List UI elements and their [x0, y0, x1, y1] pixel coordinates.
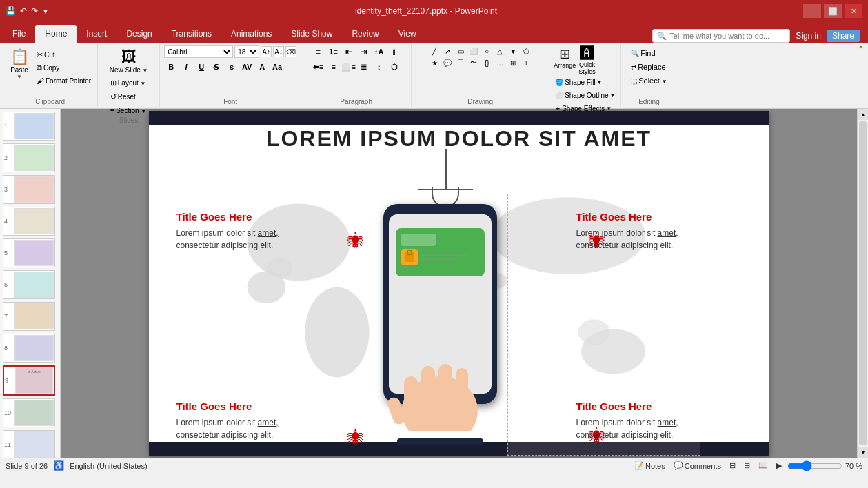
- section-button[interactable]: ≡Section ▼: [108, 104, 148, 116]
- strikethrough-button[interactable]: S̶: [210, 61, 223, 73]
- save-icon[interactable]: 💾: [6, 6, 16, 16]
- reset-button[interactable]: ↺Reset: [108, 90, 138, 103]
- comments-button[interactable]: 💬 Comments: [671, 461, 724, 470]
- italic-button[interactable]: I: [179, 61, 193, 73]
- tab-review[interactable]: Review: [342, 25, 388, 43]
- font-color-button[interactable]: A: [255, 61, 269, 73]
- slide-thumb-3[interactable]: 3: [3, 175, 55, 204]
- slide-title[interactable]: LOREM IPSUM DOLOR SIT AMET: [149, 126, 769, 152]
- arrange-btn[interactable]: ⊞: [507, 57, 519, 68]
- slide-thumb-1[interactable]: 1: [3, 112, 55, 141]
- rect-shape-btn[interactable]: ▭: [454, 45, 467, 57]
- extra-shape-btn[interactable]: +: [520, 57, 532, 68]
- slide-thumb-10[interactable]: 10: [3, 398, 55, 427]
- decrease-indent-button[interactable]: ⇤: [342, 45, 356, 58]
- pentagon-shape-btn[interactable]: ⬠: [520, 45, 532, 57]
- text-direction-button[interactable]: ↕A: [372, 45, 386, 58]
- line-spacing-button[interactable]: ↕: [372, 61, 386, 73]
- format-painter-button[interactable]: 🖌Format Painter: [34, 74, 93, 87]
- language-label[interactable]: English (United States): [70, 462, 148, 470]
- increase-indent-button[interactable]: ⇥: [357, 45, 371, 58]
- replace-button[interactable]: ⇄Replace: [629, 61, 667, 73]
- slideshow-button[interactable]: ▶: [774, 461, 785, 470]
- slide-thumb-4[interactable]: 4: [3, 207, 55, 236]
- close-button[interactable]: ✕: [845, 4, 862, 18]
- select-button[interactable]: ⬚Select ▼: [629, 74, 669, 87]
- align-left-button[interactable]: ⬅≡: [312, 61, 325, 73]
- star-shape-btn[interactable]: ★: [428, 57, 441, 68]
- justify-button[interactable]: ≣: [357, 61, 371, 73]
- arrange-button[interactable]: ⊞ Arrange: [554, 45, 576, 75]
- tab-file[interactable]: File: [3, 25, 35, 43]
- numbering-button[interactable]: 1≡: [327, 45, 341, 58]
- ribbon-expand-button[interactable]: ⌃: [857, 44, 865, 55]
- accessibility-icon[interactable]: ♿: [53, 460, 64, 471]
- copy-button[interactable]: ⧉Copy: [34, 61, 93, 74]
- more-shapes-btn[interactable]: ▼: [507, 45, 519, 57]
- slide-thumb-5[interactable]: 5: [3, 238, 55, 267]
- slide-thumb-7[interactable]: 7: [3, 302, 55, 331]
- tab-insert[interactable]: Insert: [77, 25, 117, 43]
- smart-art-button[interactable]: ⬡: [387, 61, 401, 73]
- maximize-button[interactable]: ⬜: [824, 4, 842, 18]
- arc-shape-btn[interactable]: ⌒: [454, 57, 467, 68]
- slide-thumb-9[interactable]: 9 ★ Active: [3, 365, 55, 396]
- share-button[interactable]: Share: [827, 30, 860, 42]
- reading-view-button[interactable]: 📖: [756, 461, 771, 470]
- zoom-slider[interactable]: [787, 462, 842, 470]
- shape-outline-button[interactable]: ⬜ Shape Outline ▼: [554, 89, 616, 101]
- tab-slideshow[interactable]: Slide Show: [281, 25, 342, 43]
- text-columns-button[interactable]: ⫿: [387, 45, 401, 58]
- tab-transitions[interactable]: Transitions: [162, 25, 221, 43]
- change-case-button[interactable]: Aa: [270, 61, 284, 73]
- slide-thumb-11[interactable]: 11: [3, 430, 55, 458]
- arrow-shape-btn[interactable]: ↗: [441, 45, 454, 57]
- font-size-select[interactable]: 18: [234, 45, 259, 58]
- spacing-button[interactable]: AV: [240, 61, 254, 73]
- tab-design[interactable]: Design: [117, 25, 161, 43]
- normal-view-button[interactable]: ⊟: [727, 461, 738, 470]
- layout-button[interactable]: ⊞Layout ▼: [108, 77, 148, 89]
- font-name-select[interactable]: Calibri: [164, 45, 233, 58]
- slide-area[interactable]: LOREM IPSUM DOLOR SIT AMET: [61, 109, 857, 458]
- bracket-shape-btn[interactable]: {}: [481, 57, 493, 68]
- font-size-decrease-button[interactable]: A↓: [273, 46, 284, 57]
- minimize-button[interactable]: —: [803, 4, 821, 18]
- line-shape-btn[interactable]: ╱: [428, 45, 441, 57]
- notes-button[interactable]: 📝 Notes: [632, 461, 668, 470]
- shadow-button[interactable]: s: [225, 61, 239, 73]
- bullets-button[interactable]: ≡: [312, 45, 325, 58]
- undo-icon[interactable]: ↶: [20, 6, 27, 16]
- right-scrollbar[interactable]: ▲ ▼: [857, 109, 868, 458]
- font-size-increase-button[interactable]: A↑: [261, 46, 272, 57]
- tab-home[interactable]: Home: [35, 25, 77, 43]
- sign-in-link[interactable]: Sign in: [796, 31, 821, 41]
- more2-shapes-btn[interactable]: …: [494, 57, 506, 68]
- callout-shape-btn[interactable]: 💬: [441, 57, 454, 68]
- tab-view[interactable]: View: [389, 25, 426, 43]
- slide-thumb-6[interactable]: 6: [3, 270, 55, 299]
- cut-button[interactable]: ✂Cut: [34, 48, 93, 61]
- align-right-button[interactable]: ⬜≡: [342, 61, 356, 73]
- rect2-shape-btn[interactable]: ⬜: [467, 45, 480, 57]
- shape-fill-button[interactable]: 🪣 Shape Fill ▼: [554, 76, 603, 88]
- align-center-button[interactable]: ≡: [327, 61, 341, 73]
- circle-shape-btn[interactable]: ○: [481, 45, 493, 57]
- search-input[interactable]: [669, 32, 785, 40]
- zoom-level[interactable]: 70 %: [845, 462, 862, 470]
- clear-format-button[interactable]: ⌫: [285, 46, 296, 57]
- callout-top-right[interactable]: Title Goes Here Lorem ipsum dolor sit am…: [576, 211, 742, 252]
- bold-button[interactable]: B: [164, 61, 178, 73]
- customize-icon[interactable]: ▼: [42, 8, 49, 15]
- callout-top-left[interactable]: Title Goes Here Lorem ipsum dolor sit am…: [176, 211, 345, 252]
- freeform-shape-btn[interactable]: 〜: [467, 57, 480, 68]
- new-slide-button[interactable]: 🖼 New Slide ▼: [108, 47, 150, 75]
- underline-button[interactable]: U: [194, 61, 208, 73]
- triangle-shape-btn[interactable]: △: [494, 45, 506, 57]
- callout-bottom-left[interactable]: Title Goes Here Lorem ipsum dolor sit am…: [176, 400, 345, 441]
- callout-bottom-right[interactable]: Title Goes Here Lorem ipsum dolor sit am…: [576, 400, 742, 441]
- quick-styles-button[interactable]: 🅰 QuickStyles: [578, 45, 596, 75]
- find-button[interactable]: 🔍Find: [629, 47, 657, 59]
- slide-thumb-2[interactable]: 2: [3, 143, 55, 172]
- paste-button[interactable]: 📋 Paste ▼: [7, 47, 32, 81]
